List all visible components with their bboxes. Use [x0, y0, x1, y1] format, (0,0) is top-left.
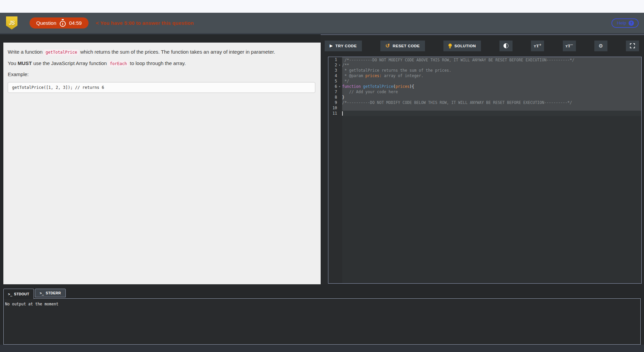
solution-label: SOLUTION: [454, 44, 476, 48]
text-segment: which returns the sum of the prices. The…: [79, 49, 275, 55]
text-segment: use the JavaScript Array function: [32, 60, 108, 66]
javascript-logo-text: JS: [9, 20, 15, 26]
line-number: 11: [328, 111, 342, 116]
question-timer-pill[interactable]: Question 04:59: [30, 17, 89, 28]
tab-stderr[interactable]: >_STDERR: [35, 289, 65, 297]
code-token: prices:: [365, 73, 381, 78]
font-decrease-button[interactable]: ᴛT⁻: [563, 41, 576, 51]
time-warning-text: < You have 5:00 to answer this question: [96, 20, 194, 26]
editor-line-3[interactable]: 3 * getTotalPrice returns the sum of the…: [328, 68, 641, 73]
editor-line-10[interactable]: 10: [328, 105, 641, 111]
line-number: 6▾: [328, 84, 342, 89]
play-icon: ▶: [330, 44, 333, 48]
line-number: 3: [328, 68, 342, 73]
code-token: array of integer.: [382, 73, 424, 78]
code-line-content[interactable]: [342, 111, 641, 116]
gear-icon: ⚙: [599, 43, 603, 49]
reset-icon: ↺: [385, 43, 390, 49]
editor-lines: 1 /*----------DO NOT MODIFY CODE ABOVE T…: [328, 57, 641, 116]
text-segment: You: [8, 60, 17, 66]
editor-line-7[interactable]: 7 // Add your code here: [328, 89, 641, 95]
lightbulb-icon: [448, 44, 452, 48]
font-increase-icon: ᴛT⁺: [534, 43, 542, 49]
fullscreen-button[interactable]: [626, 41, 639, 51]
line-number: 7: [328, 89, 342, 95]
tab-label: STDERR: [46, 291, 61, 295]
text-segment: Write a function: [8, 49, 44, 55]
font-decrease-icon: ᴛT⁻: [566, 43, 573, 49]
line-number: 8: [328, 95, 342, 100]
question-pill-label: Question: [36, 20, 56, 26]
code-token: // Add your code here: [342, 89, 398, 95]
terminal-prompt-icon: >_: [8, 292, 12, 296]
code-line-content[interactable]: * getTotalPrice returns the sum of the p…: [342, 68, 641, 73]
text-segment: MUST: [17, 60, 32, 66]
javascript-logo: JS: [6, 16, 17, 30]
text-cursor: [342, 111, 343, 116]
code-editor[interactable]: 1 /*----------DO NOT MODIFY CODE ABOVE T…: [328, 57, 642, 284]
editor-line-1[interactable]: 1 /*----------DO NOT MODIFY CODE ABOVE T…: [328, 57, 641, 62]
question-panel: Write a function getTotalPrice which ret…: [3, 43, 321, 284]
code-token: prices: [395, 84, 410, 89]
code-line-content[interactable]: */: [342, 78, 641, 84]
reset-code-label: RESET CODE: [393, 44, 420, 48]
output-tabs: >_STDOUT>_STDERR: [3, 289, 66, 299]
inline-code: getTotalPrice: [44, 49, 79, 55]
code-token: /*----------DO NOT MODIFY CODE ABOVE THI…: [342, 57, 574, 63]
try-code-button[interactable]: ▶ TRY CODE: [325, 41, 362, 51]
code-line-content[interactable]: function getTotalPrice(prices){: [342, 84, 641, 89]
editor-line-5[interactable]: 5 */: [328, 78, 641, 84]
question-mark-icon: ?: [629, 20, 634, 26]
output-console[interactable]: No output at the moment: [3, 298, 641, 345]
code-token: function: [342, 84, 361, 89]
code-token: (: [393, 84, 395, 89]
main-area: Write a function getTotalPrice which ret…: [0, 35, 644, 345]
font-increase-button[interactable]: ᴛT⁺: [531, 41, 544, 51]
text-segment: to loop through the array.: [128, 60, 186, 66]
editor-line-6[interactable]: 6▾function getTotalPrice(prices){: [328, 84, 641, 89]
editor-line-9[interactable]: 9/*----------DO NOT MODIFY CODE BELOW TH…: [328, 100, 641, 105]
code-token: getTotalPrice: [363, 84, 393, 89]
solution-button[interactable]: SOLUTION: [443, 41, 481, 51]
code-line-content[interactable]: [342, 105, 641, 111]
tab-stdout[interactable]: >_STDOUT: [3, 289, 34, 299]
code-line-content[interactable]: }: [342, 95, 641, 100]
editor-line-2[interactable]: 2▾/**: [328, 62, 641, 68]
fold-arrow-icon[interactable]: ▾: [337, 84, 342, 89]
question-paragraph-1: Write a function getTotalPrice which ret…: [8, 48, 315, 56]
code-token: ){: [410, 84, 414, 89]
fullscreen-icon: [630, 43, 635, 48]
settings-button[interactable]: ⚙: [594, 41, 607, 51]
editor-line-8[interactable]: 8}: [328, 95, 641, 100]
code-line-content[interactable]: /*----------DO NOT MODIFY CODE ABOVE THI…: [342, 57, 641, 62]
code-line-content[interactable]: * @param prices: array of integer.: [342, 73, 641, 78]
code-line-content[interactable]: /**: [342, 62, 641, 68]
editor-empty-space[interactable]: [328, 116, 641, 283]
code-line-content[interactable]: // Add your code here: [342, 89, 641, 95]
line-number: 10: [328, 105, 342, 111]
tab-label: STDOUT: [14, 292, 30, 296]
fold-arrow-icon[interactable]: ▾: [337, 62, 342, 68]
line-number: 4: [328, 73, 342, 78]
code-token: * @param: [342, 73, 365, 78]
code-token: [361, 84, 363, 89]
question-paragraph-2: You MUST use the JavaScript Array functi…: [8, 60, 315, 67]
code-token: /*----------DO NOT MODIFY CODE BELOW THI…: [342, 100, 572, 105]
code-token: /**: [342, 62, 349, 68]
code-line-content[interactable]: /*----------DO NOT MODIFY CODE BELOW THI…: [342, 100, 641, 105]
reset-code-button[interactable]: ↺ RESET CODE: [380, 41, 425, 51]
contrast-toggle-button[interactable]: [499, 41, 513, 51]
editor-line-4[interactable]: 4 * @param prices: array of integer.: [328, 73, 641, 78]
line-number: 9: [328, 100, 342, 105]
code-token: */: [342, 78, 349, 84]
help-button[interactable]: Help ?: [611, 18, 639, 28]
inline-code: forEach: [108, 61, 129, 67]
line-number: 1: [328, 57, 342, 62]
app-header: JS Question 04:59 < You have 5:00 to ans…: [0, 13, 644, 34]
contrast-icon: [503, 43, 508, 48]
code-token: * getTotalPrice returns the sum of the p…: [342, 68, 451, 73]
timer-value: 04:59: [69, 20, 82, 26]
example-code-block: getTotalPrice([1, 2, 3]); // returns 6: [8, 82, 315, 93]
editor-line-11[interactable]: 11: [328, 111, 641, 116]
try-code-label: TRY CODE: [335, 44, 357, 48]
